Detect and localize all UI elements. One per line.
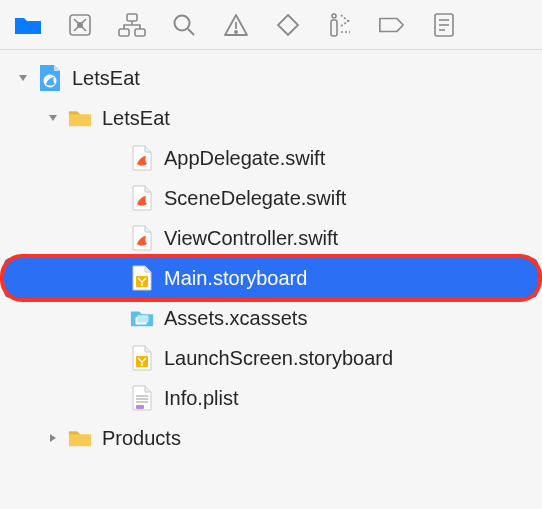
tree-item-file-selected[interactable]: Main.storyboard (0, 258, 542, 298)
tree-item-file[interactable]: ViewController.swift (0, 218, 542, 258)
project-navigator-tree: LetsEat LetsEat AppDelegate.swift SceneD… (0, 50, 542, 458)
swift-file-icon (130, 224, 154, 252)
tree-item-label: Info.plist (164, 387, 238, 410)
tree-item-file[interactable]: Assets.xcassets (0, 298, 542, 338)
tree-item-label: Products (102, 427, 181, 450)
report-navigator-tab[interactable] (430, 11, 458, 39)
storyboard-file-icon (130, 264, 154, 292)
navigator-toolbar (0, 0, 542, 50)
svg-rect-4 (127, 14, 137, 21)
tree-item-label: LetsEat (102, 107, 170, 130)
disclosure-triangle-icon[interactable] (46, 111, 60, 125)
find-navigator-tab[interactable] (170, 11, 198, 39)
tree-item-label: AppDelegate.swift (164, 147, 325, 170)
tree-item-file[interactable]: LaunchScreen.storyboard (0, 338, 542, 378)
disclosure-triangle-icon[interactable] (46, 431, 60, 445)
tree-item-file[interactable]: AppDelegate.swift (0, 138, 542, 178)
tree-item-label: ViewController.swift (164, 227, 338, 250)
storyboard-file-icon (130, 344, 154, 372)
svg-rect-6 (135, 29, 145, 36)
tree-item-label: SceneDelegate.swift (164, 187, 346, 210)
test-navigator-tab[interactable] (274, 11, 302, 39)
svg-rect-23 (137, 315, 148, 322)
tree-item-project[interactable]: LetsEat (0, 58, 542, 98)
tree-item-label: Main.storyboard (164, 267, 307, 290)
tree-item-group[interactable]: Products (0, 418, 542, 458)
symbol-navigator-tab[interactable] (118, 11, 146, 39)
debug-navigator-tab[interactable] (326, 11, 354, 39)
app-icon (38, 64, 62, 92)
svg-rect-28 (136, 405, 144, 409)
tree-item-label: LaunchScreen.storyboard (164, 347, 393, 370)
tree-item-group[interactable]: LetsEat (0, 98, 542, 138)
tree-item-label: LetsEat (72, 67, 140, 90)
source-control-tab[interactable] (66, 11, 94, 39)
assets-folder-icon (130, 304, 154, 332)
tree-item-file[interactable]: Info.plist (0, 378, 542, 418)
tree-item-label: Assets.xcassets (164, 307, 307, 330)
svg-point-12 (332, 14, 336, 18)
svg-point-7 (175, 15, 190, 30)
tree-item-file[interactable]: SceneDelegate.swift (0, 178, 542, 218)
plist-file-icon (130, 384, 154, 412)
swift-file-icon (130, 144, 154, 172)
svg-point-10 (235, 31, 237, 33)
svg-rect-11 (331, 20, 337, 36)
folder-navigator-tab[interactable] (14, 11, 42, 39)
disclosure-triangle-icon[interactable] (16, 71, 30, 85)
svg-line-8 (188, 29, 194, 35)
breakpoint-navigator-tab[interactable] (378, 11, 406, 39)
svg-rect-5 (119, 29, 129, 36)
folder-icon (68, 424, 92, 452)
svg-line-14 (341, 20, 350, 26)
folder-icon (68, 104, 92, 132)
svg-point-3 (78, 22, 82, 26)
swift-file-icon (130, 184, 154, 212)
issue-navigator-tab[interactable] (222, 11, 250, 39)
